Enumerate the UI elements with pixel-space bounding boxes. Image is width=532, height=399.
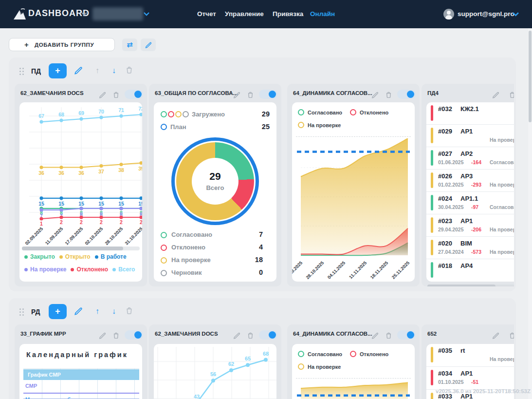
user-email[interactable]: support@sgnl.pro (458, 10, 514, 18)
add-widget-button[interactable]: + (49, 304, 67, 319)
svg-text:28.10.2025: 28.10.2025 (104, 226, 124, 246)
edit-card-button[interactable] (233, 91, 241, 99)
user-menu-chevron-down-icon[interactable] (513, 12, 519, 17)
doc-id: #034 (438, 370, 452, 377)
edit-card-button[interactable] (492, 331, 500, 340)
nav-item-management[interactable]: Управление (225, 10, 264, 18)
edit-group-button[interactable] (73, 65, 85, 77)
delete-card-button[interactable] (246, 91, 255, 99)
svg-text:68: 68 (263, 351, 269, 357)
list-item[interactable]: #029 АР1 На проверке (426, 125, 514, 147)
edit-card-button[interactable] (492, 91, 500, 99)
delete-card-button[interactable] (385, 91, 393, 99)
move-group-down-button[interactable]: ↓ (108, 305, 120, 317)
list-panel: #032 КЖ2.1 #029 АР1 На проверке #027 АР2… (426, 102, 514, 282)
list-item[interactable]: #026 АР3 01.02.2025 -293 На проверке (426, 170, 514, 192)
doc-id: #032 (438, 105, 452, 113)
card-visibility-toggle[interactable] (397, 330, 416, 340)
reorder-groups-button[interactable]: ⇄ (122, 38, 137, 51)
card-visibility-toggle[interactable] (259, 90, 277, 99)
card-title: 652 (427, 331, 437, 337)
svg-text:15: 15 (118, 201, 124, 207)
list-h-scrollbar[interactable] (427, 285, 514, 286)
edit-layout-button[interactable] (141, 38, 156, 51)
doc-delay: -293 (471, 182, 481, 188)
delete-card-button[interactable] (508, 331, 514, 340)
user-avatar[interactable] (443, 9, 454, 19)
list-item[interactable]: #032 КЖ2.1 (426, 102, 514, 125)
delete-card-button[interactable] (508, 91, 514, 99)
drag-handle-icon[interactable] (19, 68, 25, 75)
svg-text:37: 37 (98, 169, 104, 174)
list-item[interactable]: #018 АР4 (426, 259, 514, 281)
edit-card-button[interactable] (371, 331, 380, 340)
donut-legend-item: Согласовано 7 (161, 230, 270, 242)
card-visibility-toggle[interactable] (125, 330, 143, 340)
svg-text:15: 15 (78, 201, 84, 207)
list-item[interactable]: #035 rt На проверке (426, 344, 514, 367)
widget-card-grafik-mrr: 33_ГРАФИК МРР Календарный график (15, 324, 147, 399)
card-visibility-toggle[interactable] (125, 90, 143, 99)
donut-panel: Загружено 29 План 25 29 Всего С (154, 102, 276, 282)
swap-arrows-icon: ⇄ (127, 40, 133, 49)
list-item[interactable]: #020 BIM 27.04.2024 -573 На проверке (426, 237, 514, 259)
page-scrollbar[interactable] (528, 28, 532, 399)
card-visibility-toggle[interactable] (397, 90, 416, 99)
donut-legend-item: На проверке 18 (161, 255, 270, 267)
move-group-down-button[interactable]: ↓ (108, 65, 120, 76)
doc-status: Согласовано (490, 204, 514, 210)
nav-item-online[interactable]: Онлайн (310, 10, 335, 18)
project-select-chevron-down-icon[interactable] (144, 12, 149, 16)
delete-group-button[interactable] (125, 306, 136, 318)
list-item[interactable]: #034 АР1 01.10.2025 -51 (426, 367, 514, 390)
status-color-bar (431, 105, 433, 121)
doc-id: #018 (438, 262, 452, 269)
area-chart: 21.10.202528.10.202504.11.202511.11.2025… (292, 138, 415, 282)
svg-text:36: 36 (78, 170, 84, 176)
list-item[interactable]: #024 АР1.1 30.04.2025 -97 Согласовано (426, 192, 514, 214)
cards-scroll-area[interactable]: 62_ЗАМЕЧАНИЯ DOCS 8888883636363738391515… (15, 84, 514, 286)
svg-text:02.10.2025: 02.10.2025 (84, 226, 104, 246)
card-visibility-toggle[interactable] (259, 330, 277, 340)
edit-card-button[interactable] (98, 331, 107, 340)
edit-card-button[interactable] (98, 91, 107, 99)
add-widget-button[interactable]: + (49, 63, 67, 78)
delete-card-button[interactable] (246, 331, 255, 340)
donut-center-value: 29 (171, 171, 259, 182)
doc-status: На проверке (490, 249, 514, 255)
svg-text:2: 2 (120, 219, 123, 225)
add-group-button[interactable]: + ДОБАВИТЬ ГРУППУ (9, 38, 115, 51)
trash-icon (125, 306, 134, 315)
svg-text:70: 70 (98, 109, 104, 114)
svg-text:36: 36 (38, 170, 44, 176)
doc-name: BIM (460, 240, 472, 247)
doc-id: #023 (438, 217, 452, 225)
delete-card-button[interactable] (385, 331, 393, 340)
edit-group-button[interactable] (73, 306, 85, 318)
status-color-bar (431, 195, 433, 210)
card-title: 33_ГРАФИК МРР (20, 331, 66, 337)
brand-title[interactable]: DASHBOARD (28, 8, 90, 19)
widget-card-zamechaniya-docs-rd: 62_ЗАМЕЧАНИЯ DOCS 4356626568 (149, 324, 281, 399)
delete-group-button[interactable] (125, 65, 136, 77)
card-title: 63_ОБЩАЯ ПО СОГЛАСОВА... (155, 90, 238, 96)
project-select-redacted[interactable] (92, 7, 143, 20)
status-color-bar (431, 240, 433, 255)
edit-card-button[interactable] (371, 91, 380, 99)
nav-item-report[interactable]: Отчет (197, 10, 216, 18)
doc-date: 29.04.2025 (438, 227, 464, 232)
chart-h-scrollbar[interactable] (22, 247, 140, 250)
list-item[interactable]: #023 АР1 29.04.2025 -206 На проверке (426, 214, 514, 237)
nav-item-binding[interactable]: Привязка (273, 10, 303, 18)
doc-date: 01.02.2025 (438, 182, 464, 188)
delete-card-button[interactable] (112, 91, 121, 99)
move-group-up-button[interactable]: ↑ (92, 305, 103, 317)
chart-legend-row: На проверке (298, 122, 341, 128)
list-item[interactable]: #027 АР2 01.06.2025 -164 Согласовано (426, 147, 514, 170)
brand-chevron-down-icon[interactable] (81, 12, 87, 16)
svg-text:11.11.2025: 11.11.2025 (348, 260, 368, 280)
move-group-up-button[interactable]: ↑ (92, 65, 103, 76)
edit-card-button[interactable] (233, 331, 241, 340)
drag-handle-icon[interactable] (19, 308, 25, 316)
delete-card-button[interactable] (112, 331, 121, 340)
